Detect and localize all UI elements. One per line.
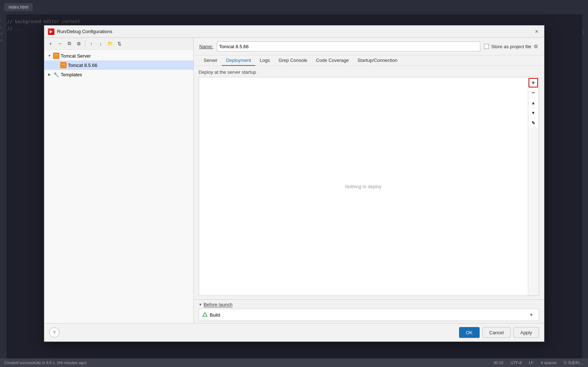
encoding-label: UTF-8 xyxy=(511,361,522,365)
tab-grep-console[interactable]: Grep Console xyxy=(274,55,311,66)
config-tabs-bar: Server Deployment Logs Grep Console Code… xyxy=(194,55,544,66)
dialog-title: Run/Debug Configurations xyxy=(57,29,112,34)
status-message: Created successfully in 9.5 s. (94 minut… xyxy=(4,361,87,365)
deploy-sidebar-buttons: + − ▲ ▼ ✎ xyxy=(528,77,539,295)
store-as-project-label: Store as project file xyxy=(491,44,531,49)
close-button[interactable]: × xyxy=(533,28,540,35)
config-tree: ▼ 🐱 Tomcat Server ▶ 🐱 Tomcat 8.5.66 xyxy=(44,50,193,323)
expand-arrow-templates: ▶ xyxy=(47,72,52,77)
tab-code-coverage[interactable]: Code Coverage xyxy=(312,55,353,66)
cancel-button[interactable]: Cancel xyxy=(482,327,511,338)
deploy-empty-message: Nothing to deploy xyxy=(199,77,528,295)
tomcat-866-icon: 🐱 xyxy=(60,62,67,68)
before-launch-add-button[interactable]: + xyxy=(527,311,536,319)
help-button[interactable]: ? xyxy=(49,327,59,337)
deploy-add-button[interactable]: + xyxy=(529,78,538,87)
dialog-bottom-bar: ? OK Cancel Apply xyxy=(44,323,544,341)
remove-config-button[interactable]: − xyxy=(56,39,64,48)
config-tree-panel: + − ⧉ ⚙ ↑ ↓ 📁 ⇅ ▼ 🐱 Tomcat Server xyxy=(44,38,194,323)
templates-label: Templates xyxy=(61,72,82,77)
branding-label: © 马彩钧… xyxy=(564,360,584,366)
indent-label: 4 spaces xyxy=(541,361,557,365)
templates-icon: 🔧 xyxy=(53,71,59,78)
tab-server[interactable]: Server xyxy=(199,55,222,66)
title-bar: ▶ Run/Debug Configurations × xyxy=(44,26,544,38)
move-down-button[interactable]: ↓ xyxy=(96,39,105,48)
before-launch-header: ▼ Before launch xyxy=(199,302,539,307)
config-detail-panel: Name: Store as project file ⚙ Server Dep… xyxy=(194,38,544,323)
add-config-button[interactable]: + xyxy=(46,39,55,48)
deploy-section-label: Deploy at the server startup xyxy=(199,69,539,75)
build-icon xyxy=(202,312,208,318)
deploy-down-button[interactable]: ▼ xyxy=(529,108,538,118)
tab-content-deployment: Deploy at the server startup Nothing to … xyxy=(194,66,544,323)
copy-config-button[interactable]: ⧉ xyxy=(65,39,74,48)
tree-item-templates[interactable]: ▶ 🔧 Templates xyxy=(44,70,193,79)
store-checkbox-area: Store as project file ⚙ xyxy=(484,44,538,49)
tab-logs[interactable]: Logs xyxy=(255,55,274,66)
apply-button[interactable]: Apply xyxy=(513,327,539,338)
tomcat-server-group-icon: 🐱 xyxy=(53,53,59,59)
app-icon: ▶ xyxy=(48,28,54,35)
toolbar-sep-1 xyxy=(85,40,85,47)
store-as-project-checkbox[interactable] xyxy=(484,44,489,49)
before-launch-section: ▼ Before launch Build + xyxy=(194,299,544,323)
tree-item-tomcat-866[interactable]: ▶ 🐱 Tomcat 8.5.66 xyxy=(44,60,193,70)
deploy-area: Nothing to deploy + − ▲ ▼ ✎ xyxy=(199,77,539,296)
svg-marker-0 xyxy=(203,313,207,316)
tab-deployment[interactable]: Deployment xyxy=(222,55,255,66)
before-launch-label: Before launch xyxy=(203,302,232,307)
folder-button[interactable]: 📁 xyxy=(106,39,115,48)
line-sep-label: LF xyxy=(529,361,534,365)
store-settings-gear-icon[interactable]: ⚙ xyxy=(534,44,538,49)
deploy-remove-button[interactable]: − xyxy=(529,88,538,98)
deploy-up-button[interactable]: ▲ xyxy=(529,98,538,108)
move-up-button[interactable]: ↑ xyxy=(87,39,96,48)
tree-toolbar: + − ⧉ ⚙ ↑ ↓ 📁 ⇅ xyxy=(44,38,193,50)
name-input[interactable] xyxy=(217,41,480,51)
deploy-section: Deploy at the server startup Nothing to … xyxy=(194,66,544,299)
deploy-edit-button[interactable]: ✎ xyxy=(529,118,538,128)
cursor-position: 30:16 xyxy=(493,361,503,365)
before-launch-arrow-icon[interactable]: ▼ xyxy=(199,303,202,307)
settings-button[interactable]: ⚙ xyxy=(75,39,83,48)
sort-button[interactable]: ⇅ xyxy=(115,39,124,48)
tomcat-866-label: Tomcat 8.5.66 xyxy=(68,63,98,68)
expand-arrow-tomcat-server: ▼ xyxy=(47,53,52,58)
name-label: Name: xyxy=(199,44,213,49)
app-status-bar: Created successfully in 9.5 s. (94 minut… xyxy=(0,358,588,367)
before-launch-build-label: Build xyxy=(210,312,220,318)
ok-button[interactable]: OK xyxy=(459,327,480,338)
name-row: Name: Store as project file ⚙ xyxy=(194,38,544,55)
tree-item-tomcat-server-group[interactable]: ▼ 🐱 Tomcat Server xyxy=(44,51,193,60)
tab-startup-connection[interactable]: Startup/Connection xyxy=(353,55,402,66)
tomcat-server-group-label: Tomcat Server xyxy=(61,53,91,59)
